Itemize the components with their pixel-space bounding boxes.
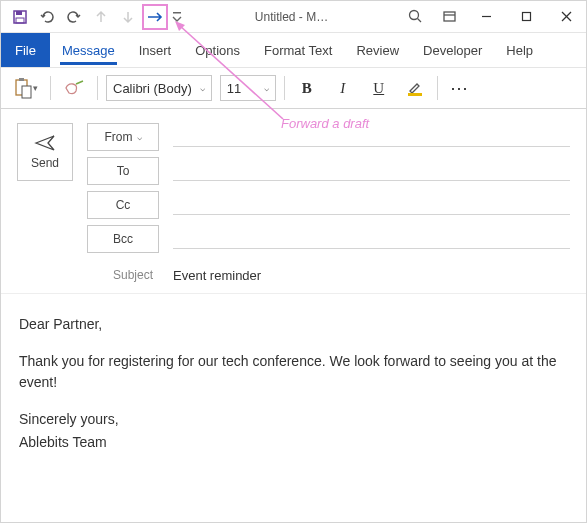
- search-icon[interactable]: [398, 1, 432, 33]
- tab-developer[interactable]: Developer: [411, 33, 494, 67]
- undo-icon[interactable]: [34, 4, 60, 30]
- tab-format-text[interactable]: Format Text: [252, 33, 344, 67]
- bcc-button[interactable]: Bcc: [87, 225, 159, 253]
- svg-rect-6: [444, 12, 455, 21]
- svg-rect-1: [16, 11, 22, 15]
- highlight-button[interactable]: [401, 74, 429, 102]
- chevron-down-icon: ⌵: [264, 83, 269, 93]
- redo-icon[interactable]: [61, 4, 87, 30]
- subject-label: Subject: [87, 268, 159, 282]
- chevron-down-icon: ▾: [33, 83, 38, 93]
- font-family-value: Calibri (Body): [113, 81, 192, 96]
- maximize-button[interactable]: [506, 1, 546, 33]
- paste-button[interactable]: ▾: [9, 73, 42, 103]
- bcc-field[interactable]: [173, 229, 570, 249]
- divider: [437, 76, 438, 100]
- send-icon: [34, 134, 56, 152]
- from-button[interactable]: From ⌵: [87, 123, 159, 151]
- svg-rect-14: [22, 86, 31, 98]
- tab-file[interactable]: File: [1, 33, 50, 67]
- compose-header: Send From ⌵ To Cc Bcc: [1, 109, 586, 294]
- tab-message[interactable]: Message: [50, 33, 127, 67]
- minimize-button[interactable]: [466, 1, 506, 33]
- tab-options[interactable]: Options: [183, 33, 252, 67]
- divider: [284, 76, 285, 100]
- svg-point-4: [409, 11, 418, 20]
- send-label: Send: [31, 156, 59, 170]
- close-button[interactable]: [546, 1, 586, 33]
- quick-access-toolbar: [1, 4, 185, 30]
- chevron-down-icon: ⌵: [200, 83, 205, 93]
- window-title: Untitled - M…: [185, 10, 398, 24]
- save-icon[interactable]: [7, 4, 33, 30]
- format-painter-icon[interactable]: [59, 73, 89, 103]
- to-button[interactable]: To: [87, 157, 159, 185]
- to-field[interactable]: [173, 161, 570, 181]
- cc-field[interactable]: [173, 195, 570, 215]
- cc-button[interactable]: Cc: [87, 191, 159, 219]
- body-greeting: Dear Partner,: [19, 314, 568, 335]
- forward-draft-button[interactable]: [142, 4, 168, 30]
- underline-button[interactable]: U: [365, 74, 393, 102]
- svg-rect-3: [173, 12, 181, 14]
- highlight-color-swatch: [408, 93, 422, 96]
- from-label: From: [105, 130, 133, 144]
- previous-icon: [88, 4, 114, 30]
- font-family-select[interactable]: Calibri (Body) ⌵: [106, 75, 212, 101]
- svg-line-5: [417, 19, 421, 23]
- message-body[interactable]: Dear Partner, Thank you for registering …: [1, 294, 586, 522]
- body-paragraph: Thank you for registering for our tech c…: [19, 351, 568, 393]
- qat-customize-icon[interactable]: [169, 4, 185, 30]
- divider: [50, 76, 51, 100]
- font-size-value: 11: [227, 81, 241, 96]
- tab-insert[interactable]: Insert: [127, 33, 184, 67]
- chevron-down-icon: ⌵: [137, 132, 142, 142]
- titlebar: Untitled - M…: [1, 1, 586, 33]
- svg-rect-13: [19, 78, 24, 81]
- svg-rect-9: [522, 13, 530, 21]
- divider: [97, 76, 98, 100]
- cc-label: Cc: [116, 198, 131, 212]
- subject-field[interactable]: Event reminder: [173, 265, 570, 285]
- window-options-icon[interactable]: [432, 1, 466, 33]
- bold-button[interactable]: B: [293, 74, 321, 102]
- body-signoff: Sincerely yours,: [19, 409, 568, 430]
- next-icon: [115, 4, 141, 30]
- from-field[interactable]: [173, 127, 570, 147]
- font-size-select[interactable]: 11 ⌵: [220, 75, 276, 101]
- body-signature: Ablebits Team: [19, 432, 568, 453]
- to-label: To: [117, 164, 130, 178]
- outlook-compose-window: Untitled - M… File Message Insert Option…: [0, 0, 587, 523]
- italic-button[interactable]: I: [329, 74, 357, 102]
- ribbon-toolbar: ▾ Calibri (Body) ⌵ 11 ⌵ B I U ⋯: [1, 67, 586, 109]
- more-commands-button[interactable]: ⋯: [446, 74, 474, 102]
- send-button[interactable]: Send: [17, 123, 73, 181]
- tab-help[interactable]: Help: [494, 33, 545, 67]
- titlebar-right: [398, 1, 586, 33]
- bcc-label: Bcc: [113, 232, 133, 246]
- ribbon-tabs: File Message Insert Options Format Text …: [1, 33, 586, 67]
- tab-review[interactable]: Review: [344, 33, 411, 67]
